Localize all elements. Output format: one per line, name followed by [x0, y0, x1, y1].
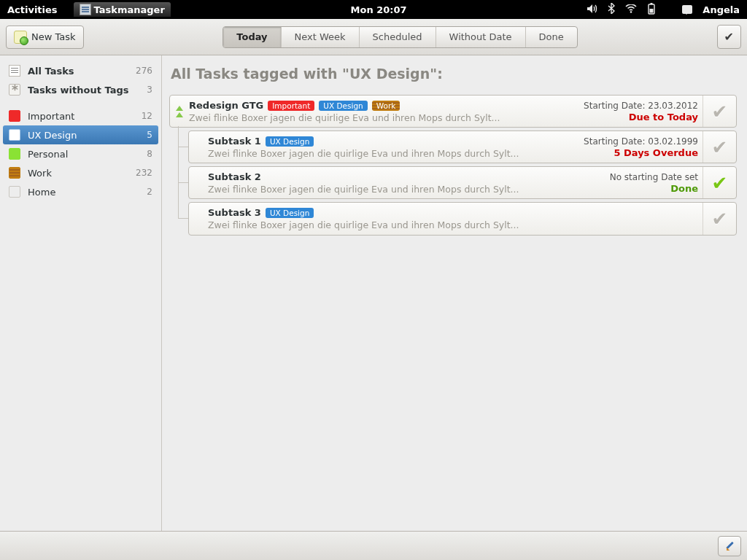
count-badge: 8 — [147, 149, 152, 159]
count-badge: 232 — [136, 168, 152, 178]
task-list: Redesign GTGImportantUX DesignWorkStarti… — [169, 95, 737, 238]
sidebar-tag-important[interactable]: Important12 — [3, 106, 158, 125]
edit-button[interactable] — [718, 536, 741, 556]
task-date: No starting Date set — [610, 172, 698, 182]
content-pane: All Tasks tagged with "UX Design": Redes… — [162, 55, 747, 531]
active-app-indicator[interactable]: Taskmanager — [74, 2, 171, 17]
complete-toggle[interactable]: ✔ — [703, 96, 736, 127]
bottom-toolbar — [0, 531, 747, 560]
new-task-label: New Task — [31, 31, 76, 42]
sidebar-item-label: Tasks without Tags — [28, 85, 128, 96]
task-sub3[interactable]: Subtask 3UX DesignZwei flinke Boxer jage… — [188, 202, 737, 236]
sidebar-item-label: Personal — [28, 149, 68, 160]
tag-pill[interactable]: UX Design — [266, 136, 314, 147]
complete-toggle[interactable]: ✔ — [703, 203, 736, 235]
panel-clock[interactable]: Mon 20:07 — [178, 4, 580, 15]
priority-gutter — [189, 131, 208, 163]
priority-gutter — [170, 96, 189, 127]
no-tag-icon — [9, 84, 20, 96]
svg-rect-3 — [650, 9, 654, 13]
confirm-button[interactable]: ✔ — [717, 25, 741, 49]
tag-color-swatch — [9, 148, 20, 160]
task-description: Zwei flinke Boxer jagen die quirlige Eva… — [208, 219, 698, 230]
app-icon — [80, 4, 91, 15]
page-title: All Tasks tagged with "UX Design": — [171, 66, 737, 82]
new-task-button[interactable]: New Task — [6, 26, 84, 49]
count-badge: 12 — [142, 111, 152, 121]
sidebar-tag-personal[interactable]: Personal8 — [3, 144, 158, 163]
check-icon: ✔ — [724, 30, 734, 44]
sidebar-item-label: Work — [28, 168, 52, 179]
check-icon: ✔ — [712, 172, 728, 194]
count-badge: 2 — [147, 187, 152, 197]
sidebar-item-label: Home — [28, 187, 55, 198]
task-title: Subtask 2 — [208, 171, 261, 182]
app-name: Taskmanager — [94, 4, 165, 15]
sidebar-untagged[interactable]: Tasks without Tags 3 — [3, 80, 158, 99]
filter-without-date[interactable]: Without Date — [436, 27, 525, 47]
bluetooth-icon[interactable] — [608, 3, 615, 16]
svg-rect-2 — [651, 3, 653, 4]
count-badge: 3 — [147, 85, 152, 95]
sidebar-tag-home[interactable]: Home2 — [3, 182, 158, 201]
task-title: Subtask 3 — [208, 207, 261, 218]
gnome-top-panel: Activities Taskmanager Mon 20:07 Angela — [0, 0, 747, 19]
user-menu[interactable]: Angela — [703, 4, 740, 15]
tag-pill[interactable]: UX Design — [266, 208, 314, 218]
app-toolbar: New Task TodayNext WeekScheduledWithout … — [0, 19, 747, 55]
tag-color-swatch — [9, 110, 20, 122]
new-task-icon — [14, 31, 27, 44]
count-badge: 5 — [147, 130, 152, 140]
list-icon — [9, 65, 20, 77]
chevron-up-icon — [176, 106, 183, 111]
battery-icon[interactable] — [647, 3, 656, 17]
tag-color-swatch — [9, 167, 20, 179]
check-icon: ✔ — [712, 136, 728, 158]
tree-connector — [178, 126, 188, 219]
priority-gutter — [189, 167, 208, 198]
filter-next-week[interactable]: Next Week — [281, 27, 359, 47]
tag-color-swatch — [9, 186, 20, 198]
tag-pill[interactable]: Important — [268, 101, 314, 111]
tag-pill[interactable]: Work — [372, 101, 400, 111]
pencil-icon — [724, 541, 735, 551]
task-date: Starting Date: 03.02.1999 — [584, 136, 698, 147]
volume-icon[interactable] — [587, 4, 597, 16]
task-sub1[interactable]: Subtask 1UX DesignStarting Date: 03.02.1… — [188, 131, 737, 163]
complete-toggle[interactable]: ✔ — [703, 131, 736, 163]
task-title: Redesign GTG — [189, 100, 263, 111]
filter-scheduled[interactable]: Scheduled — [359, 27, 436, 47]
wifi-icon[interactable] — [625, 4, 637, 15]
sidebar-item-label: All Tasks — [28, 66, 74, 77]
priority-gutter — [189, 203, 208, 235]
svg-point-0 — [630, 11, 632, 13]
tag-color-swatch — [9, 129, 20, 141]
tag-pill[interactable]: UX Design — [319, 101, 367, 111]
sidebar-item-label: UX Design — [28, 130, 77, 141]
activities-button[interactable]: Activities — [7, 4, 58, 15]
task-date: Starting Date: 23.03.2012 — [584, 101, 698, 111]
check-icon: ✔ — [712, 208, 728, 230]
sidebar-tag-work[interactable]: Work232 — [3, 163, 158, 182]
filter-done[interactable]: Done — [525, 27, 577, 47]
sidebar-tag-ux_design[interactable]: UX Design5 — [3, 125, 158, 144]
count-badge: 276 — [136, 66, 152, 76]
sidebar: All Tasks 276 Tasks without Tags 3 Impor… — [0, 55, 162, 531]
check-icon: ✔ — [712, 101, 728, 122]
task-sub2[interactable]: Subtask 2No starting Date setZwei flinke… — [188, 166, 737, 199]
task-redesign[interactable]: Redesign GTGImportantUX DesignWorkStarti… — [169, 95, 737, 128]
sidebar-item-label: Important — [28, 111, 74, 122]
complete-toggle[interactable]: ✔ — [703, 167, 736, 198]
filter-segmented-control: TodayNext WeekScheduledWithout DateDone — [222, 26, 578, 48]
chat-icon[interactable] — [682, 5, 692, 14]
task-title: Subtask 1 — [208, 136, 261, 147]
sidebar-all-tasks[interactable]: All Tasks 276 — [3, 61, 158, 80]
chevron-up-icon — [176, 112, 183, 117]
filter-today[interactable]: Today — [223, 27, 280, 47]
